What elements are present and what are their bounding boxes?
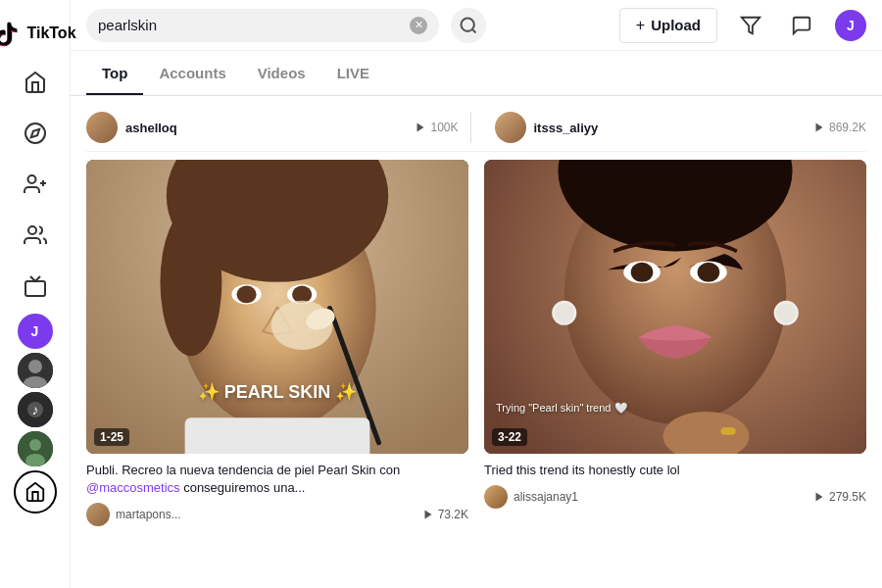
user-avatar-j[interactable]: J (18, 314, 53, 349)
video-image-1 (86, 160, 468, 454)
home-outline-icon (24, 481, 46, 503)
video-2-views: 279.5K (813, 490, 866, 504)
svg-marker-19 (417, 123, 424, 132)
svg-marker-18 (742, 17, 760, 33)
tiktok-text: TikTok (26, 24, 75, 42)
messages-icon (791, 15, 812, 36)
video-thumb-2: Trying "Pearl skin" trend 🤍 3-22 (484, 160, 866, 454)
svg-text:♪: ♪ (31, 402, 38, 417)
video-1-author-avatar (86, 503, 110, 526)
tab-live[interactable]: LIVE (321, 51, 385, 95)
search-tabs: Top Accounts Videos LIVE (71, 51, 882, 96)
header-icons: + Upload J (619, 8, 866, 43)
video-1-link[interactable]: @maccosmetics (86, 480, 180, 495)
followed-user-2-icon: ♪ (18, 392, 53, 427)
svg-marker-50 (815, 493, 822, 502)
header: pearlskin ✕ + Upload (71, 0, 882, 51)
compass-icon (24, 122, 47, 145)
filter-icon (740, 15, 761, 36)
filter-button[interactable] (733, 8, 768, 43)
tab-accounts[interactable]: Accounts (143, 51, 241, 95)
sidebar-item-explore[interactable] (12, 110, 59, 157)
account-2-avatar (495, 112, 526, 143)
account-1-stat: 100K (415, 121, 458, 134)
tab-top-label: Top (102, 65, 127, 81)
upload-label: Upload (651, 17, 701, 33)
search-clear-button[interactable]: ✕ (410, 17, 427, 34)
sidebar-item-home[interactable] (12, 59, 59, 106)
search-bar[interactable]: pearlskin ✕ (86, 9, 439, 42)
upload-plus-icon: + (636, 17, 645, 34)
upload-button[interactable]: + Upload (619, 8, 717, 43)
svg-rect-32 (185, 417, 370, 454)
account-1-avatar (86, 112, 118, 143)
search-content: ashelloq 100K itsss_aliyy 869.2K (71, 96, 882, 588)
sidebar-item-friends[interactable] (12, 212, 59, 259)
header-user-avatar[interactable]: J (835, 10, 866, 41)
pearl-text: ✨ PEARL SKIN ✨ (198, 382, 358, 402)
play-icon-small (415, 122, 426, 133)
video-2-view-count: 279.5K (829, 490, 866, 504)
svg-point-44 (776, 303, 796, 322)
live-icon (24, 274, 47, 298)
search-query: pearlskin (98, 17, 402, 33)
svg-marker-33 (424, 511, 431, 519)
svg-rect-6 (25, 281, 45, 296)
search-icon (459, 16, 478, 35)
video-1-meta: martapons... 73.2K (86, 503, 468, 526)
video-1-view-count: 73.2K (438, 508, 468, 521)
header-user-initial: J (847, 18, 855, 33)
sidebar: TikTok (0, 0, 71, 588)
svg-point-16 (462, 18, 474, 30)
video-2-badge: 3-22 (492, 428, 527, 446)
account-preview-1[interactable]: ashelloq 100K (86, 112, 459, 143)
svg-point-24 (160, 208, 221, 356)
svg-marker-20 (815, 123, 822, 132)
tab-top[interactable]: Top (86, 51, 143, 95)
sidebar-item-following[interactable] (12, 161, 59, 208)
tab-videos[interactable]: Videos (242, 51, 321, 95)
video-2-overlay-text: Trying "Pearl skin" trend 🤍 (496, 402, 628, 414)
video-1-author-name: martapons... (116, 508, 181, 521)
svg-point-0 (25, 123, 45, 143)
home-outline-button[interactable] (14, 470, 57, 514)
video-2-author: alissajanay1 (484, 485, 578, 509)
video-2-info: Tried this trend its honestly cute lol a… (484, 462, 866, 509)
video-card-2[interactable]: Trying "Pearl skin" trend 🤍 3-22 Tried t… (484, 160, 866, 526)
account-preview-row: ashelloq 100K itsss_aliyy 869.2K (86, 104, 866, 152)
user-plus-icon (24, 172, 47, 196)
video-thumb-1: ✨ PEARL SKIN ✨ 1-25 (86, 160, 468, 454)
svg-marker-1 (30, 129, 38, 137)
followed-user-3-avatar[interactable] (18, 431, 53, 466)
account-preview-2[interactable]: itsss_aliyy 869.2K (483, 112, 867, 143)
tab-accounts-label: Accounts (159, 65, 225, 81)
followed-user-1-avatar[interactable] (18, 353, 53, 388)
followed-user-3-icon (18, 431, 53, 466)
video-1-views: 73.2K (422, 508, 468, 521)
main-content: pearlskin ✕ + Upload (71, 0, 882, 588)
play-icon-small-2 (813, 122, 825, 133)
video-2-overlay: Trying "Pearl skin" trend 🤍 (492, 398, 632, 418)
account-1-name: ashelloq (125, 121, 177, 135)
video-1-overlay: ✨ PEARL SKIN ✨ (86, 377, 468, 407)
svg-line-17 (472, 28, 476, 32)
sidebar-item-live[interactable] (12, 263, 59, 310)
svg-point-28 (292, 286, 312, 304)
svg-point-8 (28, 360, 42, 373)
search-button[interactable] (451, 8, 486, 43)
home-icon (24, 71, 47, 94)
video-2-author-avatar (484, 485, 508, 509)
followed-user-1-icon (18, 353, 53, 388)
video-1-desc: Publi. Recreo la nueva tendencia de piel… (86, 462, 468, 497)
followed-user-2-avatar[interactable]: ♪ (18, 392, 53, 427)
svg-rect-49 (721, 427, 736, 435)
tab-live-label: LIVE (337, 65, 369, 81)
svg-point-42 (555, 303, 574, 322)
tab-videos-label: Videos (258, 65, 306, 81)
svg-point-14 (29, 439, 41, 451)
video-card-1[interactable]: ✨ PEARL SKIN ✨ 1-25 Publi. Recreo la nue… (86, 160, 468, 526)
video-2-desc: Tried this trend its honestly cute lol (484, 462, 866, 479)
messages-button[interactable] (784, 8, 819, 43)
users-icon (24, 223, 47, 247)
video-1-info: Publi. Recreo la nueva tendencia de piel… (86, 462, 468, 526)
